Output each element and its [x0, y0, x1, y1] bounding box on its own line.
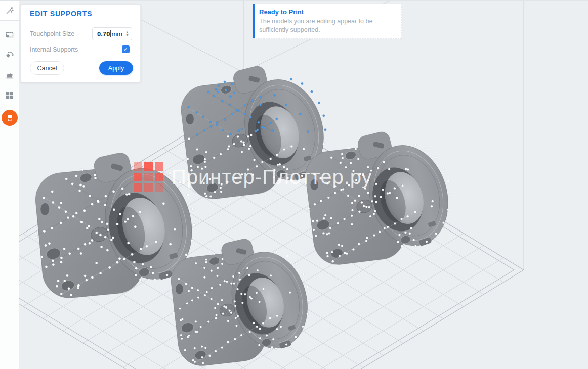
rotate-icon [5, 51, 15, 60]
cancel-button-label: Cancel [37, 65, 57, 72]
tool-print[interactable] [0, 108, 19, 128]
size-stepper[interactable]: ▲ ▼ [124, 31, 129, 37]
apply-button[interactable]: Apply [99, 61, 133, 75]
tool-layout-models[interactable] [0, 85, 19, 106]
notification-body: The models you are editing appear to be … [259, 17, 381, 34]
ready-to-print-notification: Ready to Print The models you are editin… [253, 4, 402, 39]
cartridge-icon [6, 114, 14, 122]
apply-button-label: Apply [108, 65, 124, 72]
checkmark-icon: ✓ [123, 47, 128, 52]
print-button[interactable] [2, 110, 18, 126]
stepper-down-icon[interactable]: ▼ [125, 34, 129, 37]
magic-wand-icon [5, 6, 14, 15]
touchpoint-size-label: Touchpoint Size [30, 30, 74, 37]
internal-supports-checkbox[interactable]: ✓ [122, 45, 130, 53]
internal-supports-label: Internal Supports [30, 46, 78, 53]
selection-box-icon [5, 30, 14, 39]
tool-marquee-select[interactable] [0, 25, 19, 45]
notification-title: Ready to Print [259, 8, 395, 16]
cancel-button[interactable]: Cancel [30, 61, 64, 75]
touchpoint-size-unit: mm [111, 30, 122, 38]
edit-supports-panel: EDIT SUPPORTS Touchpoint Size 0.70 mm ▲ … [20, 5, 141, 82]
tool-orient-model[interactable] [0, 65, 19, 85]
panel-title: EDIT SUPPORTS [21, 5, 140, 22]
notification-accent-bar [253, 4, 255, 38]
layout-grid-icon [5, 91, 14, 100]
touchpoint-size-input[interactable]: 0.70 mm ▲ ▼ [92, 27, 132, 40]
tool-edit-supports[interactable] [0, 1, 19, 21]
app-window: Принтер-Плоттер.ру Ready to Print The mo… [0, 0, 588, 369]
touchpoint-size-value: 0.70 [97, 30, 110, 38]
orient-part-icon [5, 71, 15, 80]
toolbar [0, 1, 19, 369]
text-caret [110, 30, 111, 37]
tool-rotate-model[interactable] [0, 45, 19, 65]
